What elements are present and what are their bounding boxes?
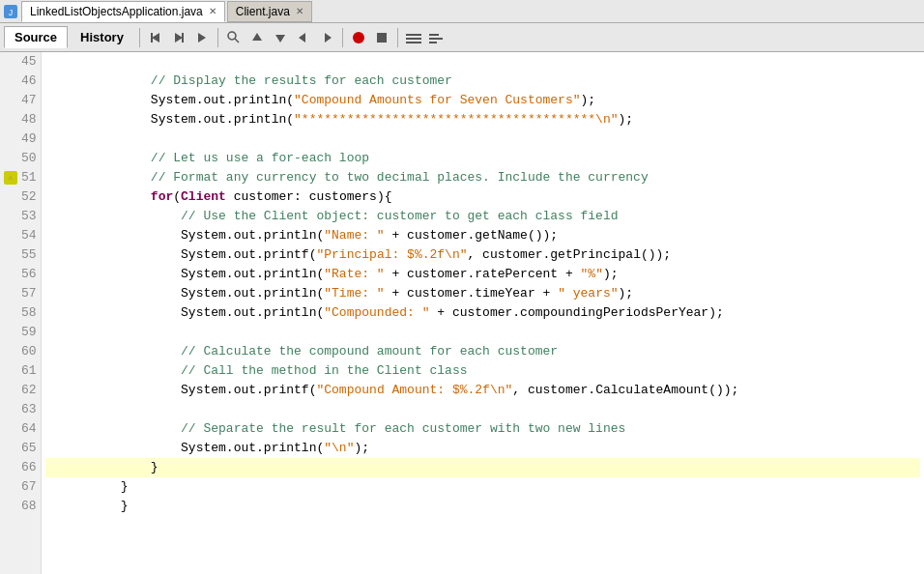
stop-icon — [351, 30, 366, 45]
line-num-56: 56 — [4, 265, 37, 284]
line-num-54: 54 — [4, 226, 37, 245]
toolbar-btn-down[interactable] — [270, 27, 291, 48]
line-num-52: 52 — [4, 187, 37, 207]
source-tab[interactable]: Source — [4, 26, 68, 48]
up-arrow-icon — [249, 30, 265, 45]
svg-marker-9 — [252, 33, 262, 41]
toolbar-btn-menu2[interactable] — [426, 27, 448, 48]
line-num-48: 48 — [4, 110, 37, 129]
line-num-58: 58 — [4, 303, 37, 323]
toolbar-separator-2 — [217, 28, 218, 47]
toolbar-btn-up[interactable] — [246, 27, 268, 48]
square-icon — [374, 30, 390, 45]
svg-rect-5 — [182, 33, 184, 43]
line-numbers: 45 46 47 48 49 50 ⚠ 51 52 53 54 55 56 57… — [0, 52, 42, 574]
toolbar-btn-prev-edit[interactable] — [145, 27, 166, 48]
toolbar-btn-last[interactable] — [191, 27, 213, 48]
search-icon — [226, 30, 242, 45]
line-num-57: 57 — [4, 284, 37, 303]
menu2-icon — [427, 30, 447, 45]
svg-text:J: J — [9, 8, 14, 17]
svg-rect-15 — [406, 34, 421, 36]
toolbar-btn-next-edit[interactable] — [168, 27, 189, 48]
code-area: 45 46 47 48 49 50 ⚠ 51 52 53 54 55 56 57… — [0, 52, 924, 574]
last-icon — [194, 30, 210, 45]
app-icon: J — [4, 5, 17, 18]
svg-rect-3 — [151, 33, 153, 43]
line-num-51: ⚠ 51 — [4, 168, 37, 187]
toolbar-btn-square[interactable] — [371, 27, 392, 48]
tab-close-linkedlist[interactable]: ✕ — [209, 6, 217, 16]
line-num-50: 50 — [4, 149, 37, 168]
line-num-59: 59 — [4, 323, 37, 342]
line-num-67: 67 — [4, 477, 37, 497]
line-num-45: 45 — [4, 52, 37, 72]
line-num-65: 65 — [4, 439, 37, 458]
toolbar: Source History — [0, 23, 924, 52]
toolbar-separator-1 — [139, 28, 140, 47]
svg-marker-2 — [152, 33, 159, 43]
code-line-67: } — [45, 477, 920, 497]
toolbar-separator-4 — [397, 28, 398, 47]
svg-rect-18 — [429, 34, 439, 36]
code-line-66: } — [45, 458, 920, 477]
toolbar-btn-stop[interactable] — [348, 27, 369, 48]
line-num-60: 60 — [4, 342, 37, 361]
line-num-66: 66 — [4, 458, 37, 477]
code-line-49: // Let us use a for-each loop — [45, 129, 920, 149]
svg-rect-17 — [406, 42, 421, 43]
toolbar-btn-menu1[interactable] — [403, 27, 424, 48]
next-edit-icon — [171, 30, 187, 45]
line-num-53: 53 — [4, 207, 37, 226]
code-content: // Display the results for each customer… — [42, 52, 924, 574]
history-tab[interactable]: History — [70, 26, 134, 48]
line-num-68: 68 — [4, 497, 37, 516]
tab-close-client[interactable]: ✕ — [296, 6, 303, 16]
code-line-63: // Separate the result for each customer… — [45, 400, 920, 419]
line-num-49: 49 — [4, 129, 37, 149]
line-num-46: 46 — [4, 72, 37, 91]
svg-rect-20 — [429, 42, 437, 43]
svg-marker-4 — [175, 33, 183, 43]
tab-client[interactable]: Client.java ✕ — [227, 1, 312, 22]
svg-rect-19 — [429, 38, 443, 40]
line-num-61: 61 — [4, 361, 37, 381]
tab-linkedlist[interactable]: LinkedListObjectsApplication.java ✕ — [21, 1, 225, 22]
toolbar-btn-back[interactable] — [293, 27, 314, 48]
code-line-59: // Calculate the compound amount for eac… — [45, 323, 920, 342]
fwd-arrow-icon — [319, 30, 334, 45]
svg-point-7 — [228, 32, 236, 40]
svg-rect-14 — [377, 33, 387, 43]
toolbar-separator-3 — [342, 28, 343, 47]
line-num-55: 55 — [4, 245, 37, 265]
code-line-45: // Display the results for each customer — [45, 52, 920, 72]
back-arrow-icon — [296, 30, 311, 45]
line-num-63: 63 — [4, 400, 37, 419]
line-num-62: 62 — [4, 381, 37, 400]
toolbar-btn-fwd[interactable] — [316, 27, 337, 48]
svg-line-8 — [235, 39, 239, 43]
toolbar-btn-search[interactable] — [223, 27, 245, 48]
line-num-47: 47 — [4, 91, 37, 110]
svg-marker-11 — [299, 33, 305, 43]
menu1-icon — [404, 30, 423, 45]
svg-point-13 — [353, 32, 364, 43]
svg-marker-6 — [198, 33, 206, 43]
prev-edit-icon — [148, 30, 163, 45]
svg-marker-12 — [325, 33, 332, 43]
warning-icon: ⚠ — [4, 171, 17, 185]
line-num-64: 64 — [4, 419, 37, 439]
title-bar: J LinkedListObjectsApplication.java ✕ Cl… — [0, 0, 924, 23]
svg-rect-16 — [406, 38, 421, 40]
code-line-68 — [45, 497, 920, 516]
svg-marker-10 — [275, 35, 285, 43]
down-arrow-icon — [273, 30, 288, 45]
